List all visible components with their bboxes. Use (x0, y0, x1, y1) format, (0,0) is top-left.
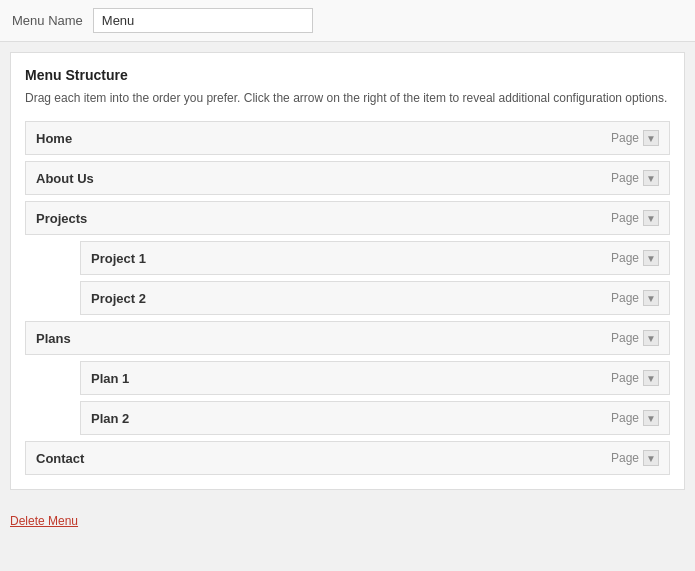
menu-item-about-us-arrow[interactable]: ▼ (643, 170, 659, 186)
menu-item-plan-1-label: Plan 1 (91, 371, 611, 386)
menu-name-input[interactable] (93, 8, 313, 33)
menu-name-label: Menu Name (12, 13, 83, 28)
menu-item-contact[interactable]: Contact Page ▼ (25, 441, 670, 475)
menu-item-plan-2-label: Plan 2 (91, 411, 611, 426)
menu-item-plan-2-type: Page (611, 411, 639, 425)
menu-item-project-1-arrow[interactable]: ▼ (643, 250, 659, 266)
menu-item-contact-type: Page (611, 451, 639, 465)
menu-item-about-us-label: About Us (36, 171, 611, 186)
page-container: Menu Name Menu Structure Drag each item … (0, 0, 695, 571)
menu-item-home[interactable]: Home Page ▼ (25, 121, 670, 155)
menu-item-project-2-type: Page (611, 291, 639, 305)
menu-item-plan-1-type: Page (611, 371, 639, 385)
main-content: Menu Structure Drag each item into the o… (10, 52, 685, 490)
bottom-bar: Delete Menu (0, 500, 695, 548)
menu-item-home-label: Home (36, 131, 611, 146)
menu-item-project-2-arrow[interactable]: ▼ (643, 290, 659, 306)
delete-menu-button[interactable]: Delete Menu (10, 514, 78, 528)
menu-item-plan-2[interactable]: Plan 2 Page ▼ (80, 401, 670, 435)
menu-item-project-1[interactable]: Project 1 Page ▼ (80, 241, 670, 275)
menu-item-project-2-label: Project 2 (91, 291, 611, 306)
menu-item-home-type: Page (611, 131, 639, 145)
top-bar: Menu Name (0, 0, 695, 42)
menu-item-home-arrow[interactable]: ▼ (643, 130, 659, 146)
instruction-text: Drag each item into the order you prefer… (25, 89, 670, 107)
menu-item-projects-arrow[interactable]: ▼ (643, 210, 659, 226)
menu-item-project-1-label: Project 1 (91, 251, 611, 266)
menu-item-projects-label: Projects (36, 211, 611, 226)
menu-item-project-2[interactable]: Project 2 Page ▼ (80, 281, 670, 315)
menu-items-list: Home Page ▼ About Us Page ▼ Projects Pag… (25, 121, 670, 475)
menu-item-about-us[interactable]: About Us Page ▼ (25, 161, 670, 195)
menu-item-plan-1-arrow[interactable]: ▼ (643, 370, 659, 386)
menu-item-contact-arrow[interactable]: ▼ (643, 450, 659, 466)
menu-item-about-us-type: Page (611, 171, 639, 185)
menu-item-project-1-type: Page (611, 251, 639, 265)
menu-item-plans-label: Plans (36, 331, 611, 346)
menu-item-contact-label: Contact (36, 451, 611, 466)
menu-item-projects-type: Page (611, 211, 639, 225)
section-title: Menu Structure (25, 67, 670, 83)
menu-item-plan-1[interactable]: Plan 1 Page ▼ (80, 361, 670, 395)
menu-item-plans-arrow[interactable]: ▼ (643, 330, 659, 346)
menu-item-plans-type: Page (611, 331, 639, 345)
menu-item-plan-2-arrow[interactable]: ▼ (643, 410, 659, 426)
menu-item-projects[interactable]: Projects Page ▼ (25, 201, 670, 235)
menu-item-plans[interactable]: Plans Page ▼ (25, 321, 670, 355)
